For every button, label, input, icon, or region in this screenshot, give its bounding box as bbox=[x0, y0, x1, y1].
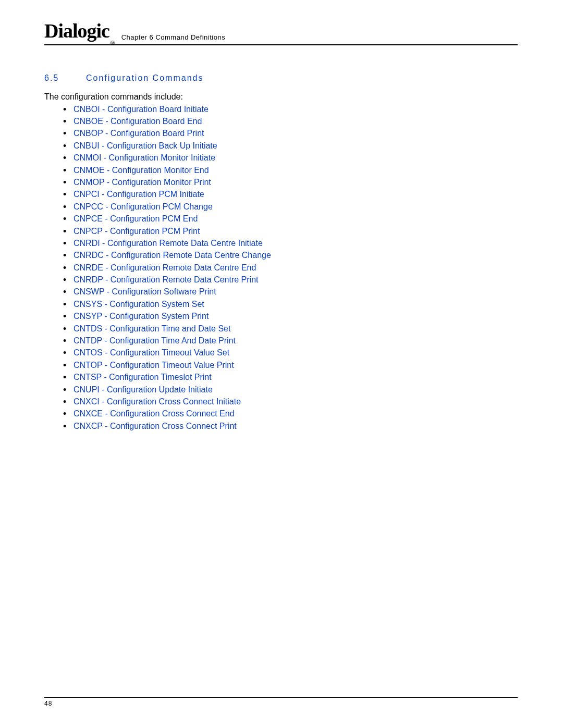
registered-trademark-icon: ® bbox=[110, 39, 115, 47]
list-item: CNBOP - Configuration Board Print bbox=[63, 129, 519, 138]
command-link[interactable]: CNUPI - Configuration Update Initiate bbox=[74, 385, 213, 394]
list-item: CNTSP - Configuration Timeslot Print bbox=[63, 373, 519, 382]
command-link[interactable]: CNRDC - Configuration Remote Data Centre… bbox=[74, 251, 271, 260]
command-link[interactable]: CNTOP - Configuration Timeout Value Prin… bbox=[74, 361, 234, 369]
list-item: CNMOI - Configuration Monitor Initiate bbox=[63, 153, 519, 163]
list-item: CNPCI - Configuration PCM Initiate bbox=[63, 190, 519, 199]
command-link[interactable]: CNTSP - Configuration Timeslot Print bbox=[74, 373, 212, 381]
command-link[interactable]: CNXCE - Configuration Cross Connect End bbox=[74, 409, 235, 418]
command-link[interactable]: CNSYP - Configuration System Print bbox=[74, 312, 209, 320]
list-item: CNTOS - Configuration Timeout Value Set bbox=[63, 348, 519, 357]
list-item: CNSYP - Configuration System Print bbox=[63, 312, 519, 321]
command-link[interactable]: CNPCI - Configuration PCM Initiate bbox=[74, 190, 204, 199]
list-item: CNBOE - Configuration Board End bbox=[63, 117, 519, 126]
list-item: CNRDE - Configuration Remote Data Centre… bbox=[63, 263, 519, 273]
command-link[interactable]: CNBOE - Configuration Board End bbox=[74, 117, 202, 126]
list-item: CNMOP - Configuration Monitor Print bbox=[63, 178, 519, 187]
command-link[interactable]: CNRDP - Configuration Remote Data Centre… bbox=[74, 275, 259, 284]
list-item: CNXCI - Configuration Cross Connect Init… bbox=[63, 397, 519, 406]
section-number: 6.5 bbox=[44, 73, 86, 83]
page-header: Dialogic® Chapter 6 Command Definitions bbox=[44, 21, 518, 45]
command-link[interactable]: CNMOE - Configuration Monitor End bbox=[74, 166, 209, 175]
list-item: CNUPI - Configuration Update Initiate bbox=[63, 385, 519, 394]
list-item: CNRDI - Configuration Remote Data Centre… bbox=[63, 239, 519, 248]
list-item: CNPCP - Configuration PCM Print bbox=[63, 227, 519, 236]
command-link[interactable]: CNTDS - Configuration Time and Date Set bbox=[74, 324, 230, 333]
list-item: CNSYS - Configuration System Set bbox=[63, 300, 519, 309]
command-link[interactable]: CNPCC - Configuration PCM Change bbox=[74, 202, 213, 211]
command-link[interactable]: CNSWP - Configuration Software Print bbox=[74, 287, 216, 296]
command-link[interactable]: CNSYS - Configuration System Set bbox=[74, 300, 204, 309]
list-item: CNTOP - Configuration Timeout Value Prin… bbox=[63, 361, 519, 370]
section-intro: The configuration commands include: bbox=[44, 92, 519, 102]
command-link[interactable]: CNRDE - Configuration Remote Data Centre… bbox=[74, 263, 256, 272]
brand-logo: Dialogic® bbox=[44, 21, 114, 43]
command-link[interactable]: CNPCE - Configuration PCM End bbox=[74, 214, 198, 223]
section-heading: 6.5 Configuration Commands bbox=[44, 73, 519, 83]
command-link[interactable]: CNPCP - Configuration PCM Print bbox=[74, 227, 200, 236]
list-item: CNPCC - Configuration PCM Change bbox=[63, 202, 519, 212]
command-link[interactable]: CNBOI - Configuration Board Initiate bbox=[74, 105, 209, 114]
page-number: 48 bbox=[44, 700, 52, 707]
command-link[interactable]: CNMOP - Configuration Monitor Print bbox=[74, 178, 211, 187]
command-link[interactable]: CNTOS - Configuration Timeout Value Set bbox=[74, 348, 229, 357]
command-link[interactable]: CNRDI - Configuration Remote Data Centre… bbox=[74, 239, 263, 248]
list-item: CNMOE - Configuration Monitor End bbox=[63, 166, 519, 175]
document-page: Dialogic® Chapter 6 Command Definitions … bbox=[0, 0, 563, 728]
command-link[interactable]: CNBOP - Configuration Board Print bbox=[74, 129, 204, 138]
list-item: CNXCE - Configuration Cross Connect End bbox=[63, 409, 519, 418]
command-link[interactable]: CNBUI - Configuration Back Up Initiate bbox=[74, 141, 217, 150]
command-list: CNBOI - Configuration Board InitiateCNBO… bbox=[63, 105, 519, 431]
list-item: CNBUI - Configuration Back Up Initiate bbox=[63, 141, 519, 151]
list-item: CNBOI - Configuration Board Initiate bbox=[63, 105, 519, 114]
list-item: CNSWP - Configuration Software Print bbox=[63, 287, 519, 297]
list-item: CNTDP - Configuration Time And Date Prin… bbox=[63, 336, 519, 346]
list-item: CNRDC - Configuration Remote Data Centre… bbox=[63, 251, 519, 260]
page-footer: 48 bbox=[44, 697, 518, 707]
brand-logo-text: Dialogic bbox=[44, 20, 109, 42]
list-item: CNRDP - Configuration Remote Data Centre… bbox=[63, 275, 519, 285]
list-item: CNPCE - Configuration PCM End bbox=[63, 214, 519, 224]
command-link[interactable]: CNMOI - Configuration Monitor Initiate bbox=[74, 153, 215, 162]
command-link[interactable]: CNTDP - Configuration Time And Date Prin… bbox=[74, 336, 236, 345]
command-link[interactable]: CNXCI - Configuration Cross Connect Init… bbox=[74, 397, 241, 406]
list-item: CNXCP - Configuration Cross Connect Prin… bbox=[63, 422, 519, 431]
list-item: CNTDS - Configuration Time and Date Set bbox=[63, 324, 519, 334]
command-link[interactable]: CNXCP - Configuration Cross Connect Prin… bbox=[74, 422, 237, 430]
chapter-title: Chapter 6 Command Definitions bbox=[121, 33, 225, 43]
section-title: Configuration Commands bbox=[86, 73, 203, 83]
